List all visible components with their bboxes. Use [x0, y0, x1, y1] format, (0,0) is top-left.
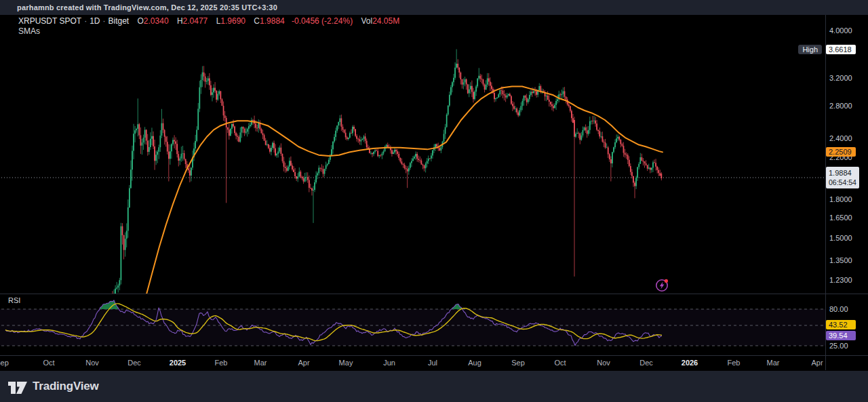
- price-axis-tick: 1.2300: [829, 276, 852, 284]
- tradingview-logo[interactable]: TradingView: [7, 378, 99, 395]
- interval-label[interactable]: 1D: [90, 16, 100, 26]
- sma-line: [146, 87, 663, 294]
- time-axis-label: Aug: [468, 359, 481, 367]
- time-axis-label: 2025: [170, 359, 186, 367]
- price-axis-tick: 4.0000: [829, 26, 852, 35]
- close-value: 1.9884: [260, 16, 285, 26]
- time-axis-label: Jun: [383, 359, 395, 367]
- rsi-value-chip: 39.54: [826, 331, 856, 340]
- last-price-value: 1.9884: [829, 168, 856, 178]
- time-axis-label: May: [339, 359, 353, 367]
- price-axis-tick: 1.3500: [829, 256, 852, 264]
- time-axis-label: Apr: [298, 359, 309, 367]
- price-axis-tick: 25.00: [829, 342, 848, 350]
- price-chart[interactable]: [0, 0, 868, 402]
- price-axis-tick: 2.4000: [829, 134, 852, 142]
- price-axis-tick: 1.6500: [829, 214, 852, 222]
- price-axis-tick: 1.8000: [829, 195, 852, 203]
- legend: XRPUSDT SPOT·1D·Bitget O2.0340 H2.0477 L…: [18, 16, 399, 26]
- time-axis-label: Feb: [215, 359, 228, 367]
- exchange-label[interactable]: Bitget: [108, 16, 129, 26]
- time-axis-label: 2026: [682, 359, 698, 367]
- indicator-legend-smas[interactable]: SMAs: [18, 26, 40, 36]
- sma-value-chip: 2.2509: [826, 147, 856, 157]
- rsi-band: [0, 309, 825, 346]
- time-axis-label: Feb: [728, 359, 741, 367]
- close-label: C: [254, 16, 260, 26]
- volume-value: 24.05M: [372, 16, 399, 26]
- time-axis-label: Sep: [511, 359, 525, 367]
- legend-separator: ·: [102, 16, 105, 26]
- candles: [113, 49, 661, 306]
- time-axis-label: Apr: [811, 359, 823, 367]
- last-price-chip: 1.9884 06:54:54: [826, 167, 859, 188]
- price-axis-tick: 80.00: [829, 305, 848, 313]
- time-axis-label: Dec: [639, 359, 653, 367]
- price-axis-tick: 2.8000: [829, 102, 852, 110]
- legend-separator: ·: [84, 16, 87, 26]
- change-value: -0.0456 (-2.24%): [292, 16, 353, 26]
- time-axis-label: Jul: [428, 359, 437, 367]
- symbol-name[interactable]: XRPUSDT SPOT: [18, 16, 81, 26]
- high-value: 2.0477: [183, 16, 208, 26]
- price-axis-tick: 1.5000: [829, 234, 852, 242]
- footer-bar: TradingView: [0, 371, 868, 402]
- time-axis-label: Oct: [43, 359, 54, 367]
- high-price-chip: 3.6618: [826, 45, 856, 54]
- time-axis-label: Mar: [767, 359, 780, 367]
- indicator-legend-rsi[interactable]: RSI: [8, 296, 20, 304]
- time-axis-label: Dec: [127, 359, 141, 367]
- volume-label: Vol: [361, 16, 372, 26]
- price-axis-tick: 3.2000: [829, 74, 852, 82]
- time-axis-label: Mar: [254, 359, 267, 367]
- open-value: 2.0340: [144, 16, 169, 26]
- rsi-ma-value-chip: 43.52: [826, 320, 856, 329]
- time-axis-label: Oct: [554, 359, 566, 367]
- tradingview-brand-text: TradingView: [33, 380, 99, 393]
- high-label: H: [177, 16, 183, 26]
- low-value: 1.9690: [220, 16, 245, 26]
- tradingview-logo-icon: [7, 378, 28, 395]
- time-axis-label: Nov: [85, 359, 99, 367]
- time-axis-label: Sep: [0, 359, 9, 367]
- bar-countdown: 06:54:54: [829, 178, 856, 187]
- open-label: O: [138, 16, 144, 26]
- high-marker-bubble: High: [798, 45, 822, 54]
- time-axis-label: Nov: [597, 359, 610, 367]
- flash-icon[interactable]: [656, 279, 668, 291]
- tradingview-snapshot: parhamnb created with TradingView.com, D…: [0, 0, 868, 402]
